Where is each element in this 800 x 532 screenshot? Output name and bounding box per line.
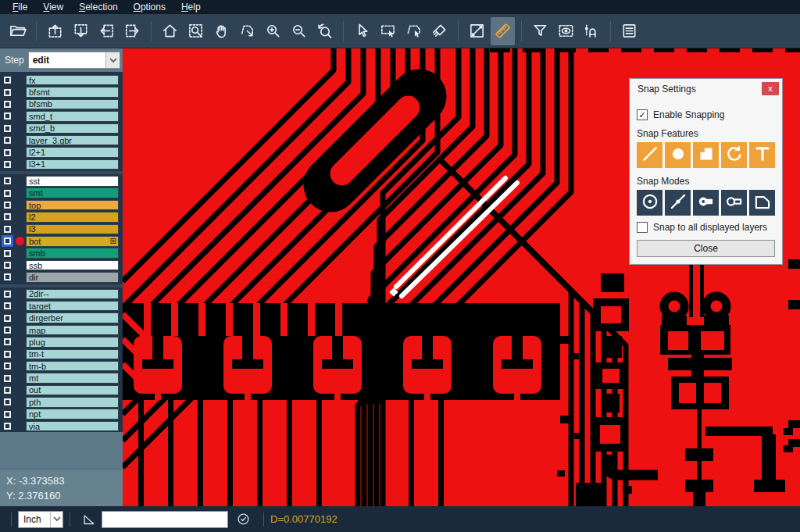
- layer-visibility-checkbox[interactable]: [2, 259, 13, 271]
- layer-name-tm-b[interactable]: tm-b: [26, 361, 119, 372]
- mode-corner-button[interactable]: [749, 190, 775, 216]
- select-polygon-button[interactable]: [402, 17, 426, 45]
- mode-midpoint-button[interactable]: [665, 190, 691, 216]
- menu-file[interactable]: File: [5, 0, 35, 14]
- dialog-titlebar[interactable]: Snap Settings x: [630, 79, 782, 98]
- layer-visibility-checkbox[interactable]: [2, 384, 13, 396]
- mode-slot-outline-button[interactable]: [721, 190, 747, 216]
- layer-visibility-checkbox[interactable]: [2, 420, 13, 432]
- layer-visibility-checkbox[interactable]: [2, 271, 13, 283]
- select-rect-button[interactable]: [376, 17, 400, 45]
- open-folder-button[interactable]: [5, 17, 30, 45]
- layer-visibility-checkbox[interactable]: [2, 312, 13, 324]
- layer-visibility-checkbox[interactable]: [2, 373, 13, 384]
- snap-all-layers-checkbox[interactable]: [637, 222, 648, 233]
- layer-visibility-checkbox[interactable]: [2, 324, 13, 336]
- layer-visibility-checkbox[interactable]: [2, 159, 13, 170]
- layer-visibility-checkbox[interactable]: [2, 300, 13, 312]
- filter-button[interactable]: [528, 17, 552, 45]
- menu-view[interactable]: View: [35, 0, 71, 14]
- layer-name-tm-t[interactable]: tm-t: [26, 349, 119, 360]
- close-button[interactable]: Close: [637, 240, 775, 257]
- layer-name-mt[interactable]: mt: [26, 373, 119, 384]
- snap-arc-button[interactable]: [721, 142, 747, 168]
- snap-button[interactable]: [580, 17, 604, 45]
- snap-text-button[interactable]: [749, 142, 775, 168]
- view-options-button[interactable]: [554, 17, 578, 45]
- mode-center-button[interactable]: [637, 190, 662, 216]
- layer-visibility-checkbox[interactable]: [2, 123, 13, 134]
- layer-name-bot[interactable]: bot⊞: [26, 236, 119, 247]
- layer-name-out[interactable]: out: [26, 385, 119, 396]
- layer-visibility-checkbox[interactable]: [2, 348, 13, 360]
- layer-visibility-checkbox[interactable]: [2, 235, 13, 247]
- layer-visibility-checkbox[interactable]: [2, 175, 13, 187]
- layer-visibility-checkbox[interactable]: [2, 110, 13, 122]
- snap-surface-button[interactable]: [693, 142, 719, 168]
- layer-name-l2+1[interactable]: l2+1: [26, 147, 119, 158]
- layer-name-bfsmb[interactable]: bfsmb: [26, 99, 119, 110]
- unit-dropdown[interactable]: Inch: [18, 511, 63, 528]
- layer-visibility-checkbox[interactable]: [2, 187, 13, 199]
- layer-name-npt[interactable]: npt: [26, 409, 119, 420]
- menu-options[interactable]: Options: [126, 0, 173, 14]
- report-button[interactable]: [617, 17, 641, 45]
- step-dropdown[interactable]: edit: [28, 52, 120, 69]
- zoom-out-button[interactable]: [287, 17, 311, 45]
- layer-visibility-checkbox[interactable]: [2, 87, 13, 98]
- layer-visibility-checkbox[interactable]: [2, 360, 13, 372]
- layer-visibility-checkbox[interactable]: [2, 147, 13, 159]
- layer-name-smb[interactable]: smb: [26, 248, 119, 259]
- layer-visibility-checkbox[interactable]: [2, 74, 13, 86]
- layer-name-l3[interactable]: l3: [26, 224, 119, 235]
- layer-name-via[interactable]: via: [26, 421, 119, 432]
- layer-name-l3+1[interactable]: l3+1: [26, 159, 119, 170]
- snap-line-button[interactable]: [637, 142, 662, 168]
- pan-left-button[interactable]: [95, 17, 119, 45]
- pan-hand-button[interactable]: [209, 17, 234, 45]
- measure-line-button[interactable]: [465, 17, 489, 45]
- zoom-previous-button[interactable]: [312, 17, 337, 45]
- mode-slot-filled-button[interactable]: [693, 190, 719, 216]
- close-icon[interactable]: x: [762, 82, 779, 95]
- layer-name-l2[interactable]: l2: [26, 212, 119, 223]
- pan-right-button[interactable]: [120, 17, 145, 45]
- layer-name-2dir--[interactable]: 2dir--: [26, 289, 119, 300]
- home-button[interactable]: [158, 17, 182, 45]
- layer-visibility-checkbox[interactable]: [2, 248, 13, 259]
- layer-name-smt[interactable]: smt: [26, 187, 119, 198]
- layer-visibility-checkbox[interactable]: [2, 211, 13, 223]
- layer-name-map[interactable]: map: [26, 325, 119, 336]
- enable-snapping-checkbox[interactable]: ✓: [637, 109, 648, 120]
- pan-down-button[interactable]: [69, 17, 93, 45]
- layer-name-fx[interactable]: fx: [26, 75, 119, 86]
- layer-name-dirgerber[interactable]: dirgerber: [26, 312, 119, 323]
- clean-brush-button[interactable]: [427, 17, 452, 45]
- layer-visibility-checkbox[interactable]: [2, 98, 13, 110]
- layer-name-plug[interactable]: plug: [26, 337, 119, 348]
- circle-check-icon[interactable]: [236, 512, 251, 527]
- menu-selection[interactable]: Selection: [71, 0, 125, 14]
- layer-visibility-checkbox[interactable]: [2, 396, 13, 408]
- layer-name-bfsmt[interactable]: bfsmt: [26, 87, 119, 98]
- layer-visibility-checkbox[interactable]: [2, 409, 13, 420]
- layer-name-sst[interactable]: sst: [26, 176, 119, 187]
- zoom-in-button[interactable]: [261, 17, 285, 45]
- menu-help[interactable]: Help: [173, 0, 209, 14]
- layer-visibility-checkbox[interactable]: [2, 336, 13, 348]
- command-input[interactable]: [102, 511, 228, 528]
- layer-visibility-checkbox[interactable]: [2, 134, 13, 146]
- layer-name-smd_t[interactable]: smd_t: [26, 111, 119, 122]
- zoom-polygon-button[interactable]: [235, 17, 259, 45]
- layer-name-smd_b[interactable]: smd_b: [26, 123, 119, 134]
- layer-name-top[interactable]: top: [26, 200, 119, 211]
- zoom-area-button[interactable]: [184, 17, 208, 45]
- layer-name-target[interactable]: target: [26, 301, 119, 312]
- ruler-button[interactable]: [491, 17, 515, 45]
- pan-up-button[interactable]: [43, 17, 67, 45]
- layer-visibility-checkbox[interactable]: [2, 288, 13, 300]
- layer-name-layer_3.gbr[interactable]: layer_3.gbr: [26, 135, 119, 146]
- layer-name-pth[interactable]: pth: [26, 397, 119, 408]
- layer-visibility-checkbox[interactable]: [2, 223, 13, 235]
- layer-name-ssb[interactable]: ssb: [26, 260, 119, 271]
